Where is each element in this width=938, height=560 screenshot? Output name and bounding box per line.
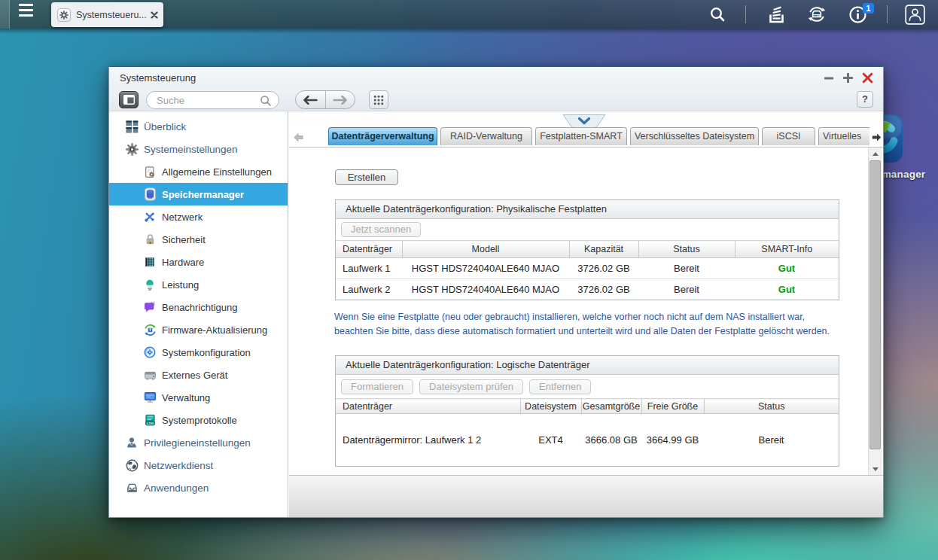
topbar-divider — [745, 5, 746, 23]
panel-layout-icon — [123, 95, 135, 105]
tab-datentraegerverwaltung[interactable]: Datenträgerverwaltung — [328, 127, 437, 145]
search-field[interactable] — [146, 91, 279, 109]
sidebar-item-speichermanager[interactable]: Speichermanager — [109, 183, 288, 205]
tab-collapse-strip — [289, 111, 883, 127]
scrollbar-up-icon[interactable] — [869, 148, 882, 160]
window-minimize-button[interactable] — [823, 72, 834, 84]
tab-verschluesseltes-dateisystem[interactable]: Verschlüsseltes Dateisystem — [630, 127, 759, 145]
tab-virtuelles[interactable]: Virtuelles — [818, 127, 869, 145]
check-filesystem-button[interactable]: Dateisystem prüfen — [419, 379, 523, 394]
forward-button[interactable] — [326, 91, 355, 108]
tabs: Datenträgerverwaltung RAID-Verwaltung Fe… — [328, 127, 869, 146]
search-input[interactable] — [157, 93, 258, 108]
minimize-icon — [824, 73, 834, 84]
scan-now-button[interactable]: Jetzt scannen — [341, 222, 421, 237]
sidebar-item-hardware[interactable]: Hardware — [109, 251, 288, 273]
notice-line-1: Wenn Sie eine Festplatte (neu oder gebra… — [334, 310, 830, 324]
table-header-row: Datenträger Modell Kapazität Status SMAR… — [336, 241, 839, 258]
window-titlebar[interactable]: Systemsteuerung — [109, 67, 883, 89]
sidebar-toggle-button[interactable] — [119, 91, 139, 108]
notification-badge: 1 — [863, 3, 874, 14]
sidebar-item-netzwerk[interactable]: Netzwerk — [109, 205, 288, 228]
sidebar-item-allgemeine-einstellungen[interactable]: Allgemeine Einstellungen — [109, 160, 288, 183]
table-row[interactable]: Laufwerk 1 HGST HDS724040ALE640 MJAO 372… — [336, 258, 839, 279]
help-button[interactable]: ? — [857, 91, 873, 108]
sync-disk-icon[interactable] — [806, 0, 828, 29]
overview-grid-icon — [125, 120, 139, 133]
column-header[interactable]: Gesamtgröße — [581, 399, 641, 414]
column-header[interactable]: Datenträger — [336, 399, 520, 414]
taskbar-tab-close-icon[interactable] — [150, 11, 159, 20]
cell-status: Bereit — [638, 258, 735, 279]
external-device-icon — [143, 368, 157, 382]
column-header[interactable]: Status — [638, 241, 735, 258]
column-header[interactable]: Status — [704, 399, 839, 414]
user-account-icon[interactable] — [903, 0, 926, 29]
sidebar-item-label: Allgemeine Einstellungen — [162, 166, 272, 178]
scrollbar-down-icon[interactable] — [869, 463, 882, 475]
cell-kapazitaet: 3726.02 GB — [569, 279, 638, 300]
gear-icon — [57, 8, 71, 22]
table-header-row: Datenträger Dateisystem Gesamtgröße Frei… — [336, 399, 839, 414]
topbar-divider — [887, 5, 888, 23]
sidebar-item-systemprotokolle[interactable]: LOG Systemprotokolle — [109, 409, 288, 431]
search-icon[interactable] — [707, 0, 728, 29]
sidebar-item-label: Speichermanager — [162, 189, 244, 200]
cell-smart-info: Gut — [735, 279, 839, 300]
lock-icon — [143, 233, 157, 246]
sidebar-item-ueberblick[interactable]: Überblick — [109, 115, 288, 138]
column-header[interactable]: Modell — [402, 241, 569, 258]
sidebar-item-label: Verwaltung — [162, 392, 210, 403]
window-close-button[interactable] — [862, 72, 873, 84]
monitor-icon — [143, 391, 157, 404]
screen: Speichermanager — [0, 0, 938, 560]
hardware-icon — [143, 255, 157, 269]
tab-raid-verwaltung[interactable]: RAID-Verwaltung — [440, 127, 532, 145]
table-row[interactable]: Laufwerk 2 HGST HDS724040ALE640 MJAO 372… — [336, 279, 839, 300]
create-button[interactable]: Erstellen — [335, 169, 398, 185]
table-row[interactable]: Datenträgermirror: Laufwerk 1 2 EXT4 366… — [336, 414, 839, 467]
user-bust-icon — [125, 436, 139, 449]
sidebar-item-benachrichtigung[interactable]: Benachrichtigung — [109, 296, 288, 318]
sidebar-item-privilegieneinstellungen[interactable]: Privilegieneinstellungen — [109, 431, 288, 454]
svg-text:LOG: LOG — [146, 422, 154, 425]
background-tasks-icon[interactable] — [765, 0, 787, 29]
remove-button[interactable]: Entfernen — [529, 379, 591, 394]
sidebar-item-verwaltung[interactable]: Verwaltung — [109, 386, 288, 409]
window-maximize-button[interactable] — [842, 72, 854, 84]
window-body: Überblick — [109, 111, 883, 517]
sidebar-item-externes-geraet[interactable]: Externes Gerät — [109, 364, 288, 386]
history-nav-buttons — [295, 90, 355, 109]
column-header[interactable]: Kapazität — [569, 241, 638, 258]
cell-status: Bereit — [638, 279, 735, 300]
sidebar-item-sicherheit[interactable]: Sicherheit — [109, 228, 288, 251]
sidebar-item-netzwerkdienst[interactable]: Netzwerkdienst — [109, 454, 288, 476]
cell-gesamtgroesse: 3666.08 GB — [581, 414, 641, 467]
tab-iscsi[interactable]: iSCSI — [762, 127, 815, 145]
systemsteuerung-window: Systemsteuerung — [108, 66, 884, 518]
format-button[interactable]: Formatieren — [341, 379, 413, 394]
sidebar-item-anwendungen[interactable]: Anwendungen — [109, 476, 288, 499]
notice-line-2: beachten Sie bitte, dass diese automatis… — [334, 324, 830, 339]
topbar: Systemsteueru... — [0, 0, 938, 29]
column-header[interactable]: Freie Größe — [641, 399, 704, 414]
sidebar-item-firmware-aktualisierung[interactable]: Firmware-Aktualisierung — [109, 318, 288, 341]
sidebar-item-label: Netzwerk — [162, 212, 203, 223]
column-header[interactable]: SMART-Info — [735, 241, 839, 258]
taskbar-tab-systemsteuerung[interactable]: Systemsteueru... — [51, 2, 163, 27]
sidebar-item-systemkonfiguration[interactable]: Systemkonfiguration — [109, 341, 288, 364]
menu-hamburger-icon[interactable] — [19, 4, 34, 17]
search-icon — [260, 95, 272, 107]
tabs-scroll-left-icon[interactable] — [291, 128, 305, 146]
tab-festplatten-smart[interactable]: Festplatten-SMART — [535, 127, 627, 145]
column-header[interactable]: Dateisystem — [520, 399, 581, 414]
app-grid-button[interactable] — [369, 90, 388, 109]
tabs-scroll-right-icon[interactable] — [869, 128, 883, 147]
sidebar-item-systemeinstellungen[interactable]: Systemeinstellungen — [109, 138, 288, 160]
sidebar-item-leistung[interactable]: Leistung — [109, 273, 288, 296]
back-button[interactable] — [296, 91, 326, 108]
column-header[interactable]: Datenträger — [336, 241, 402, 258]
scrollbar-thumb[interactable] — [869, 160, 881, 449]
tabbar: Datenträgerverwaltung RAID-Verwaltung Fe… — [289, 127, 883, 148]
close-x-icon — [862, 72, 873, 84]
